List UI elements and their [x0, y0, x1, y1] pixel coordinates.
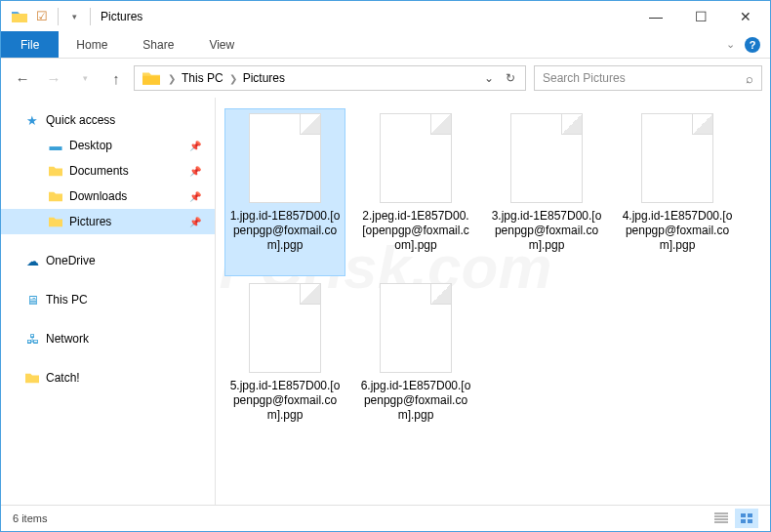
explorer-icon[interactable]: [9, 6, 30, 27]
pin-icon: 📌: [189, 141, 201, 151]
refresh-button[interactable]: ↻: [500, 71, 521, 85]
file-thumb-icon: [249, 283, 321, 373]
breadcrumb-thispc[interactable]: This PC: [180, 71, 225, 85]
ribbon-tab-home[interactable]: Home: [59, 31, 125, 58]
breadcrumb-folder-icon: [142, 69, 160, 87]
back-button[interactable]: ←: [9, 64, 36, 92]
sidebar-label: Catch!: [46, 371, 80, 385]
breadcrumb[interactable]: ❯ This PC ❯ Pictures ⌄ ↻: [134, 65, 526, 91]
ribbon-tab-view[interactable]: View: [191, 31, 252, 58]
qat-properties-icon[interactable]: ☑: [31, 6, 53, 27]
ribbon-expand-icon[interactable]: ⌄: [726, 38, 735, 51]
file-name: 5.jpg.id-1E857D00.[openpgp@foxmail.com].…: [229, 379, 341, 423]
sidebar-label: OneDrive: [46, 254, 96, 267]
close-button[interactable]: ✕: [723, 2, 768, 31]
search-placeholder: Search Pictures: [543, 71, 626, 85]
view-details-button[interactable]: [710, 509, 733, 528]
file-item[interactable]: 4.jpg.id-1E857D00.[openpgp@foxmail.com].…: [618, 109, 737, 275]
svg-rect-2: [741, 519, 746, 523]
title-separator: [90, 8, 91, 25]
file-area[interactable]: 1.jpg.id-1E857D00.[openpgp@foxmail.com].…: [216, 98, 770, 505]
sidebar-item-desktop[interactable]: ▬ Desktop 📌: [1, 133, 215, 158]
sidebar-item-label: Downloads: [69, 189, 127, 203]
sidebar-label: Quick access: [46, 113, 115, 127]
pin-icon: 📌: [189, 166, 201, 177]
documents-icon: [48, 163, 63, 179]
pin-icon: 📌: [189, 217, 201, 227]
file-thumb-icon: [510, 113, 583, 203]
file-name: 6.jpg.id-1E857D00.[openpgp@foxmail.com].…: [360, 379, 471, 423]
breadcrumb-sep: ❯: [229, 73, 237, 84]
file-item[interactable]: 5.jpg.id-1E857D00.[openpgp@foxmail.com].…: [225, 279, 345, 445]
onedrive-icon: ☁: [24, 253, 40, 268]
file-name: 1.jpg.id-1E857D00.[openpgp@foxmail.com].…: [229, 209, 341, 253]
sidebar-onedrive[interactable]: ☁ OneDrive: [1, 248, 215, 273]
sidebar-thispc[interactable]: 🖥 This PC: [1, 287, 215, 312]
sidebar-network[interactable]: 🖧 Network: [1, 326, 215, 351]
minimize-button[interactable]: —: [633, 2, 678, 31]
sidebar: ★ Quick access ▬ Desktop 📌 Documents 📌 D…: [1, 98, 216, 505]
window-title: Pictures: [95, 10, 142, 23]
pin-icon: 📌: [189, 191, 201, 202]
sidebar-label: This PC: [46, 293, 88, 307]
desktop-icon: ▬: [48, 138, 63, 153]
ribbon-tab-share[interactable]: Share: [125, 31, 191, 58]
file-thumb-icon: [380, 283, 452, 373]
sidebar-item-label: Desktop: [69, 139, 112, 152]
statusbar: 6 items: [1, 505, 770, 530]
sidebar-item-documents[interactable]: Documents 📌: [1, 158, 215, 184]
qat-dropdown-icon[interactable]: ▾: [63, 6, 85, 27]
maximize-button[interactable]: ☐: [678, 2, 723, 31]
thispc-icon: 🖥: [24, 292, 40, 307]
qat: ☑ ▾: [3, 6, 95, 27]
ribbon-file-tab[interactable]: File: [1, 31, 59, 58]
sidebar-item-downloads[interactable]: Downloads 📌: [1, 184, 215, 209]
content: ★ Quick access ▬ Desktop 📌 Documents 📌 D…: [1, 98, 770, 505]
catch-icon: [24, 370, 40, 386]
recent-dropdown[interactable]: ▾: [71, 64, 99, 92]
network-icon: 🖧: [24, 331, 40, 347]
navbar: ← → ▾ ↑ ❯ This PC ❯ Pictures ⌄ ↻ Search …: [1, 59, 770, 98]
svg-rect-0: [741, 513, 746, 517]
file-item[interactable]: 3.jpg.id-1E857D00.[openpgp@foxmail.com].…: [487, 109, 606, 275]
downloads-icon: [48, 188, 63, 204]
help-button[interactable]: ?: [745, 37, 760, 53]
ribbon: File Home Share View ⌄ ?: [1, 31, 770, 59]
file-name: 4.jpg.id-1E857D00.[openpgp@foxmail.com].…: [622, 209, 733, 253]
svg-rect-3: [748, 519, 752, 523]
file-name: 3.jpg.id-1E857D00.[openpgp@foxmail.com].…: [491, 209, 602, 253]
qat-separator: [58, 8, 59, 25]
sidebar-item-label: Pictures: [69, 215, 111, 228]
file-thumb-icon: [641, 113, 713, 203]
svg-rect-1: [748, 513, 752, 517]
sidebar-catch[interactable]: Catch!: [1, 365, 215, 390]
sidebar-label: Network: [46, 332, 89, 346]
sidebar-item-pictures[interactable]: Pictures 📌: [1, 209, 215, 234]
status-count: 6 items: [13, 512, 47, 524]
file-item[interactable]: 6.jpg.id-1E857D00.[openpgp@foxmail.com].…: [356, 279, 475, 445]
pictures-icon: [48, 214, 63, 229]
breadcrumb-pictures[interactable]: Pictures: [241, 71, 287, 85]
search-input[interactable]: Search Pictures ⌕: [534, 65, 762, 91]
search-icon: ⌕: [746, 71, 753, 86]
forward-button[interactable]: →: [40, 64, 67, 92]
titlebar: ☑ ▾ Pictures — ☐ ✕: [1, 1, 770, 31]
sidebar-quick-access[interactable]: ★ Quick access: [1, 107, 215, 133]
file-thumb-icon: [249, 113, 321, 203]
view-icons-button[interactable]: [735, 509, 758, 528]
sidebar-item-label: Documents: [69, 164, 129, 178]
star-icon: ★: [24, 112, 40, 128]
file-item[interactable]: 2.jpeg.id-1E857D00.[openpgp@foxmail.com]…: [356, 109, 475, 275]
file-name: 2.jpeg.id-1E857D00.[openpgp@foxmail.com]…: [360, 209, 471, 253]
file-thumb-icon: [380, 113, 452, 203]
file-item[interactable]: 1.jpg.id-1E857D00.[openpgp@foxmail.com].…: [225, 109, 345, 275]
breadcrumb-sep: ❯: [168, 73, 176, 84]
breadcrumb-dropdown-icon[interactable]: ⌄: [478, 71, 500, 85]
up-button[interactable]: ↑: [102, 64, 130, 92]
